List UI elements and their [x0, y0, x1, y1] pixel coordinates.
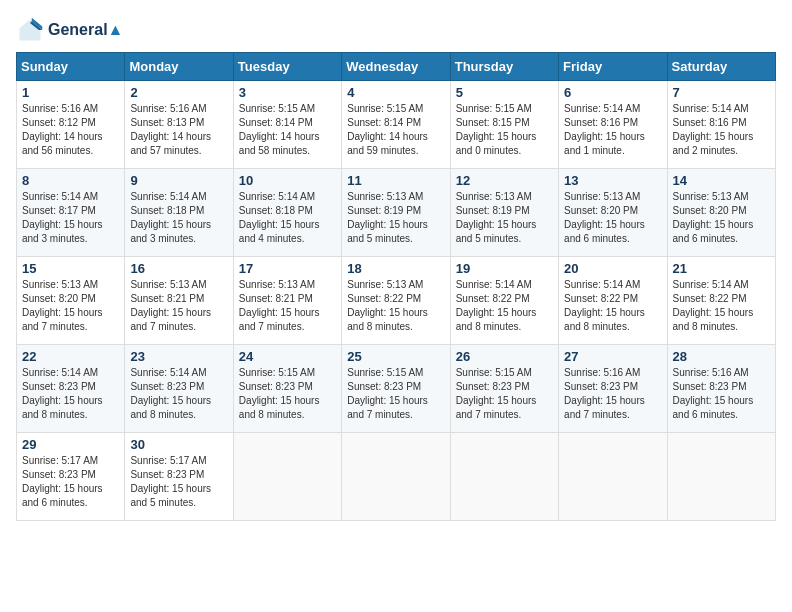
calendar-cell: 26 Sunrise: 5:15 AM Sunset: 8:23 PM Dayl…	[450, 345, 558, 433]
logo: General▲	[16, 16, 123, 44]
calendar-cell: 3 Sunrise: 5:15 AM Sunset: 8:14 PM Dayli…	[233, 81, 341, 169]
cell-info: Sunrise: 5:13 AM Sunset: 8:20 PM Dayligh…	[564, 190, 661, 246]
calendar-cell: 12 Sunrise: 5:13 AM Sunset: 8:19 PM Dayl…	[450, 169, 558, 257]
day-number: 25	[347, 349, 444, 364]
cell-info: Sunrise: 5:14 AM Sunset: 8:16 PM Dayligh…	[564, 102, 661, 158]
calendar-cell: 4 Sunrise: 5:15 AM Sunset: 8:14 PM Dayli…	[342, 81, 450, 169]
day-number: 23	[130, 349, 227, 364]
calendar-cell: 23 Sunrise: 5:14 AM Sunset: 8:23 PM Dayl…	[125, 345, 233, 433]
calendar-cell: 22 Sunrise: 5:14 AM Sunset: 8:23 PM Dayl…	[17, 345, 125, 433]
calendar-cell: 5 Sunrise: 5:15 AM Sunset: 8:15 PM Dayli…	[450, 81, 558, 169]
day-number: 28	[673, 349, 770, 364]
calendar-cell: 17 Sunrise: 5:13 AM Sunset: 8:21 PM Dayl…	[233, 257, 341, 345]
cell-info: Sunrise: 5:15 AM Sunset: 8:14 PM Dayligh…	[239, 102, 336, 158]
calendar-cell: 25 Sunrise: 5:15 AM Sunset: 8:23 PM Dayl…	[342, 345, 450, 433]
cell-info: Sunrise: 5:14 AM Sunset: 8:22 PM Dayligh…	[456, 278, 553, 334]
calendar-cell: 27 Sunrise: 5:16 AM Sunset: 8:23 PM Dayl…	[559, 345, 667, 433]
cell-info: Sunrise: 5:14 AM Sunset: 8:22 PM Dayligh…	[673, 278, 770, 334]
day-number: 9	[130, 173, 227, 188]
calendar-cell: 24 Sunrise: 5:15 AM Sunset: 8:23 PM Dayl…	[233, 345, 341, 433]
calendar-cell	[342, 433, 450, 521]
calendar-cell: 29 Sunrise: 5:17 AM Sunset: 8:23 PM Dayl…	[17, 433, 125, 521]
day-number: 17	[239, 261, 336, 276]
calendar-cell: 19 Sunrise: 5:14 AM Sunset: 8:22 PM Dayl…	[450, 257, 558, 345]
cell-info: Sunrise: 5:17 AM Sunset: 8:23 PM Dayligh…	[130, 454, 227, 510]
cell-info: Sunrise: 5:13 AM Sunset: 8:21 PM Dayligh…	[130, 278, 227, 334]
day-header-friday: Friday	[559, 53, 667, 81]
day-number: 27	[564, 349, 661, 364]
calendar-table: SundayMondayTuesdayWednesdayThursdayFrid…	[16, 52, 776, 521]
day-header-sunday: Sunday	[17, 53, 125, 81]
day-number: 30	[130, 437, 227, 452]
day-number: 14	[673, 173, 770, 188]
day-number: 20	[564, 261, 661, 276]
calendar-cell: 2 Sunrise: 5:16 AM Sunset: 8:13 PM Dayli…	[125, 81, 233, 169]
calendar-cell: 13 Sunrise: 5:13 AM Sunset: 8:20 PM Dayl…	[559, 169, 667, 257]
day-number: 6	[564, 85, 661, 100]
day-header-saturday: Saturday	[667, 53, 775, 81]
calendar-cell	[450, 433, 558, 521]
calendar-week-5: 29 Sunrise: 5:17 AM Sunset: 8:23 PM Dayl…	[17, 433, 776, 521]
calendar-cell: 10 Sunrise: 5:14 AM Sunset: 8:18 PM Dayl…	[233, 169, 341, 257]
calendar-cell: 7 Sunrise: 5:14 AM Sunset: 8:16 PM Dayli…	[667, 81, 775, 169]
cell-info: Sunrise: 5:16 AM Sunset: 8:12 PM Dayligh…	[22, 102, 119, 158]
calendar-cell: 18 Sunrise: 5:13 AM Sunset: 8:22 PM Dayl…	[342, 257, 450, 345]
calendar-cell	[233, 433, 341, 521]
cell-info: Sunrise: 5:13 AM Sunset: 8:20 PM Dayligh…	[22, 278, 119, 334]
calendar-cell: 1 Sunrise: 5:16 AM Sunset: 8:12 PM Dayli…	[17, 81, 125, 169]
logo-text: General▲	[48, 21, 123, 39]
day-header-monday: Monday	[125, 53, 233, 81]
day-number: 1	[22, 85, 119, 100]
calendar-cell	[667, 433, 775, 521]
cell-info: Sunrise: 5:15 AM Sunset: 8:23 PM Dayligh…	[239, 366, 336, 422]
day-number: 13	[564, 173, 661, 188]
page-header: General▲	[16, 16, 776, 44]
cell-info: Sunrise: 5:15 AM Sunset: 8:15 PM Dayligh…	[456, 102, 553, 158]
day-number: 18	[347, 261, 444, 276]
day-header-wednesday: Wednesday	[342, 53, 450, 81]
calendar-week-4: 22 Sunrise: 5:14 AM Sunset: 8:23 PM Dayl…	[17, 345, 776, 433]
day-number: 3	[239, 85, 336, 100]
cell-info: Sunrise: 5:15 AM Sunset: 8:23 PM Dayligh…	[456, 366, 553, 422]
calendar-header-row: SundayMondayTuesdayWednesdayThursdayFrid…	[17, 53, 776, 81]
day-number: 7	[673, 85, 770, 100]
cell-info: Sunrise: 5:13 AM Sunset: 8:21 PM Dayligh…	[239, 278, 336, 334]
calendar-cell: 21 Sunrise: 5:14 AM Sunset: 8:22 PM Dayl…	[667, 257, 775, 345]
logo-icon	[16, 16, 44, 44]
cell-info: Sunrise: 5:15 AM Sunset: 8:23 PM Dayligh…	[347, 366, 444, 422]
calendar-cell: 20 Sunrise: 5:14 AM Sunset: 8:22 PM Dayl…	[559, 257, 667, 345]
day-header-tuesday: Tuesday	[233, 53, 341, 81]
calendar-cell: 28 Sunrise: 5:16 AM Sunset: 8:23 PM Dayl…	[667, 345, 775, 433]
calendar-cell: 14 Sunrise: 5:13 AM Sunset: 8:20 PM Dayl…	[667, 169, 775, 257]
day-number: 11	[347, 173, 444, 188]
cell-info: Sunrise: 5:13 AM Sunset: 8:19 PM Dayligh…	[456, 190, 553, 246]
cell-info: Sunrise: 5:14 AM Sunset: 8:16 PM Dayligh…	[673, 102, 770, 158]
cell-info: Sunrise: 5:13 AM Sunset: 8:20 PM Dayligh…	[673, 190, 770, 246]
calendar-cell: 11 Sunrise: 5:13 AM Sunset: 8:19 PM Dayl…	[342, 169, 450, 257]
day-number: 2	[130, 85, 227, 100]
day-number: 21	[673, 261, 770, 276]
day-number: 5	[456, 85, 553, 100]
day-number: 8	[22, 173, 119, 188]
cell-info: Sunrise: 5:14 AM Sunset: 8:18 PM Dayligh…	[239, 190, 336, 246]
calendar-week-2: 8 Sunrise: 5:14 AM Sunset: 8:17 PM Dayli…	[17, 169, 776, 257]
calendar-cell: 9 Sunrise: 5:14 AM Sunset: 8:18 PM Dayli…	[125, 169, 233, 257]
day-number: 22	[22, 349, 119, 364]
cell-info: Sunrise: 5:14 AM Sunset: 8:17 PM Dayligh…	[22, 190, 119, 246]
calendar-cell: 6 Sunrise: 5:14 AM Sunset: 8:16 PM Dayli…	[559, 81, 667, 169]
day-number: 19	[456, 261, 553, 276]
day-number: 16	[130, 261, 227, 276]
cell-info: Sunrise: 5:16 AM Sunset: 8:23 PM Dayligh…	[564, 366, 661, 422]
day-number: 24	[239, 349, 336, 364]
calendar-week-1: 1 Sunrise: 5:16 AM Sunset: 8:12 PM Dayli…	[17, 81, 776, 169]
day-number: 15	[22, 261, 119, 276]
calendar-cell: 16 Sunrise: 5:13 AM Sunset: 8:21 PM Dayl…	[125, 257, 233, 345]
calendar-cell: 30 Sunrise: 5:17 AM Sunset: 8:23 PM Dayl…	[125, 433, 233, 521]
day-number: 29	[22, 437, 119, 452]
cell-info: Sunrise: 5:16 AM Sunset: 8:13 PM Dayligh…	[130, 102, 227, 158]
cell-info: Sunrise: 5:13 AM Sunset: 8:19 PM Dayligh…	[347, 190, 444, 246]
calendar-cell: 8 Sunrise: 5:14 AM Sunset: 8:17 PM Dayli…	[17, 169, 125, 257]
cell-info: Sunrise: 5:14 AM Sunset: 8:23 PM Dayligh…	[22, 366, 119, 422]
cell-info: Sunrise: 5:17 AM Sunset: 8:23 PM Dayligh…	[22, 454, 119, 510]
day-number: 4	[347, 85, 444, 100]
